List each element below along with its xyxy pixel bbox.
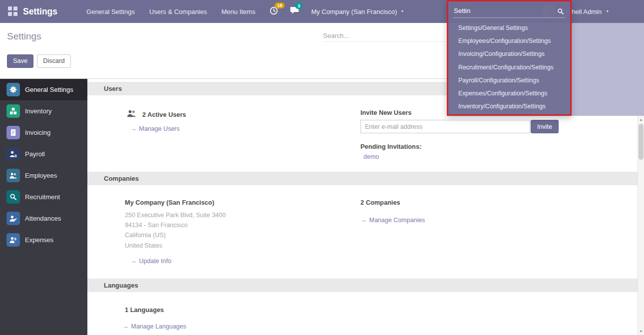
menu-search-results: Settings/General Settings Employees/Conf… [448,21,570,113]
active-users-count: 2 Active Users [142,111,186,118]
address-line: 250 Executive Park Blvd, Suite 3400 [125,210,226,220]
section-header-companies: Companies [87,172,638,185]
invite-email-input[interactable] [360,120,530,133]
attendance-check-person-icon [6,212,20,225]
svg-text:$: $ [14,237,17,241]
menu-search-input[interactable] [453,4,566,18]
sidebar-item-invoicing[interactable]: Invoicing [0,122,87,143]
company-name: My Company (San Francisco) [125,199,214,206]
languages-count: 1 Languages [125,306,164,314]
gear-icon [6,83,20,96]
manage-languages-link[interactable]: →Manage Languages [122,323,186,330]
invoice-document-icon [6,126,20,139]
sidebar-item-label: Inventory [25,107,51,115]
arrow-right-icon: → [360,217,367,224]
sidebar-item-general-settings[interactable]: General Settings [0,79,87,100]
sidebar-item-label: Invoicing [25,129,50,136]
people-icon [6,169,20,182]
dropdown-overlay-panel [572,23,644,116]
manage-companies-link[interactable]: →Manage Companies [360,217,425,224]
sidebar-item-expenses[interactable]: $ Expenses [0,229,87,251]
boxes-icon [6,104,20,118]
menu-users-companies[interactable]: Users & Companies [149,8,207,15]
pending-invitation-user-link[interactable]: demo [363,153,379,160]
save-button[interactable]: Save [7,54,33,68]
company-address: 250 Executive Park Blvd, Suite 3400 9413… [125,210,226,251]
section-header-languages: Languages [87,279,638,292]
search-result-item[interactable]: Payroll/Configuration/Settings [448,74,570,87]
invite-button[interactable]: Invite [531,120,559,133]
odoo-settings-screen: Settings General Settings Users & Compan… [0,0,644,335]
search-icon [557,8,564,17]
manage-users-link[interactable]: →Manage Users [130,125,180,132]
menu-search-dropdown: Settings/General Settings Employees/Conf… [447,0,572,116]
sidebar-item-recruitment[interactable]: Recruitment [0,186,87,208]
sidebar-item-inventory[interactable]: Inventory [0,100,87,122]
pending-invitations-label: Pending Invitations: [360,143,421,150]
activities-button[interactable]: 18 [270,6,278,17]
settings-sidebar: General Settings Inventory Invoicing Pay… [0,79,87,335]
menu-general-settings[interactable]: General Settings [86,8,135,15]
sidebar-item-label: General Settings [25,86,73,93]
address-line: California (US) [125,230,226,240]
payroll-person-icon [6,147,20,161]
search-result-item[interactable]: Employees/Configuration/Settings [448,34,570,47]
company-switcher-label: My Company (San Francisco) [311,8,397,15]
search-input[interactable] [322,30,446,42]
arrow-right-icon: → [122,323,129,330]
update-info-link[interactable]: →Update Info [130,258,171,265]
arrow-right-icon: → [130,258,137,265]
search-result-item[interactable]: Inventory/Configuration/Settings [448,100,570,113]
messages-badge: 3 [295,2,302,9]
apps-grid-icon[interactable] [8,6,18,16]
discard-button[interactable]: Discard [37,54,70,68]
chevron-down-icon: ▼ [606,9,609,13]
group-users-icon [126,109,137,120]
search-result-item[interactable]: Recruitment/Configuration/Settings [448,61,570,74]
sidebar-item-payroll[interactable]: Payroll [0,143,87,165]
scrollbar-thumb[interactable] [639,124,644,160]
expense-person-icon: $ [6,233,20,247]
companies-count: 2 Companies [360,199,400,206]
sidebar-item-label: Recruitment [25,193,60,201]
messages-button[interactable]: 3 [290,6,299,16]
sidebar-item-label: Employees [25,172,57,179]
address-line: 94134 - San Francisco [125,220,226,230]
sidebar-item-employees[interactable]: Employees [0,165,87,186]
settings-content: Users 2 Active Users →Manage Users Invit… [87,79,638,335]
invite-new-users-label: Invite New Users [360,109,411,116]
page-title: Settings [7,31,41,42]
scroll-down-arrow-icon[interactable]: ▼ [638,330,644,333]
scroll-up-arrow-icon[interactable]: ▲ [638,118,644,121]
app-title[interactable]: Settings [23,6,57,17]
address-line: United States [125,241,226,251]
company-switcher[interactable]: My Company (San Francisco) ▼ [311,8,404,15]
search-result-item[interactable]: Settings/General Settings [448,21,570,34]
search-result-item[interactable]: Invoicing/Configuration/Settings [448,47,570,60]
activities-badge: 18 [275,2,285,9]
chevron-down-icon: ▼ [400,9,404,13]
vertical-scrollbar[interactable]: ▲ ▼ [638,116,644,335]
sidebar-item-label: Expenses [25,236,53,244]
search-result-item[interactable]: Expenses/Configuration/Settings [448,87,570,100]
menu-menu-items[interactable]: Menu Items [222,8,256,15]
sidebar-item-label: Attendances [25,215,61,222]
search-person-icon [6,190,20,204]
sidebar-item-attendances[interactable]: Attendances [0,208,87,229]
arrow-right-icon: → [130,125,137,132]
sidebar-item-label: Payroll [25,150,45,158]
